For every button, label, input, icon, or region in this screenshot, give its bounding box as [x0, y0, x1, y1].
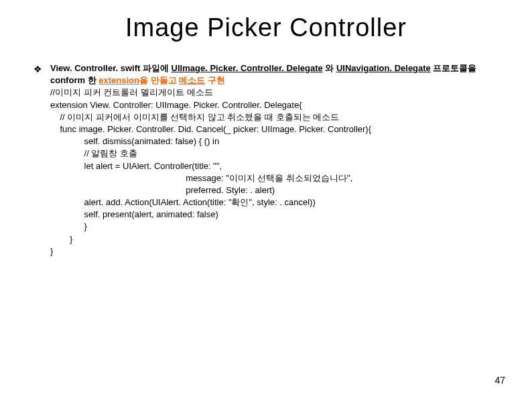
- code-line-14: }: [50, 245, 476, 258]
- code-line-10: alert. add. Action(UIAlert. Action(title…: [50, 196, 476, 209]
- code-line-11: self. present(alert, animated: false): [50, 209, 476, 221]
- code-line-12: }: [50, 221, 476, 233]
- code-line-9: preferred. Style: . alert): [50, 184, 476, 196]
- code-line-1: //이미지 피커 컨트롤러 델리게이트 메소드: [50, 87, 476, 99]
- header-orange-1: extension: [98, 75, 139, 85]
- bullet-icon: ❖: [34, 64, 42, 74]
- code-line-7: let alert = UIAlert. Controller(title: "…: [50, 160, 476, 172]
- code-line-6: // 알림창 호출: [50, 148, 476, 160]
- body-text: View. Controller. swift 파일에 UIImage. Pic…: [50, 62, 476, 258]
- code-line-4: func image. Picker. Controller. Did. Can…: [50, 123, 476, 135]
- code-line-2: extension View. Controller: UIImage. Pic…: [50, 99, 476, 111]
- slide-container: Image Picker Controller ❖ View. Controll…: [0, 0, 532, 399]
- header-underline-2: UINavigation. Delegate: [336, 63, 431, 73]
- header-text-2: 와: [323, 63, 336, 73]
- code-line-3: // 이미지 피커에서 이미지를 선택하지 않고 취소했을 때 호출되는 메소드: [50, 111, 476, 123]
- code-line-13: }: [50, 233, 476, 245]
- slide-content: ❖ View. Controller. swift 파일에 UIImage. P…: [34, 62, 498, 258]
- code-line-8: message: "이미지 선택을 취소되었습니다",: [50, 172, 476, 184]
- header-text-3: 프로토콜을: [431, 63, 477, 73]
- header-orange-4: 구현: [205, 75, 225, 85]
- header-line1: View. Controller. swift 파일에 UIImage. Pic…: [50, 62, 476, 74]
- header-text-1: View. Controller. swift 파일에: [50, 63, 172, 73]
- header-line2: conform 한 extension을 만들고 메소드 구현: [50, 74, 476, 87]
- slide-title: Image Picker Controller: [34, 13, 498, 42]
- code-line-5: self. dismiss(animated: false) { () in: [50, 135, 476, 148]
- header-orange-3: 메소드: [179, 75, 205, 85]
- page-number: 47: [494, 375, 505, 386]
- header-underline-1: UIImage. Picker. Controller. Delegate: [172, 63, 323, 73]
- header-text-4: conform 한: [50, 75, 98, 85]
- header-orange-2: 을 만들고: [139, 75, 179, 85]
